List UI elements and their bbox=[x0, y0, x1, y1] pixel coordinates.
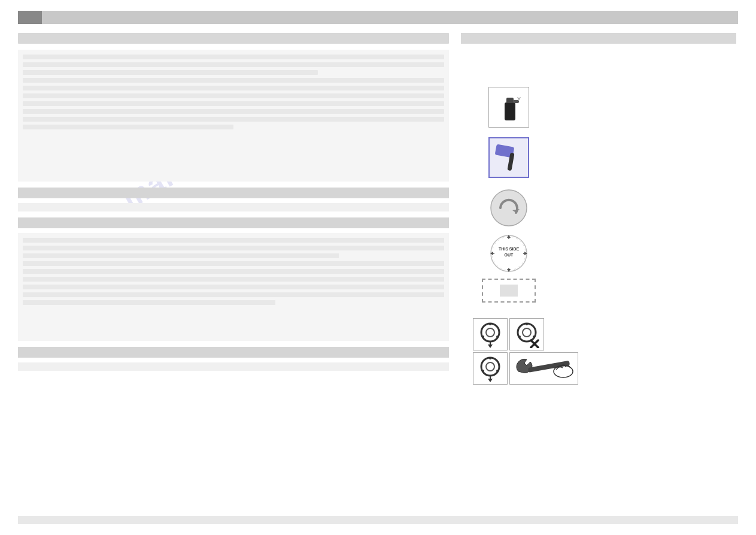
section-header-2 bbox=[18, 188, 449, 198]
mallet-icon bbox=[493, 142, 524, 173]
page-container: manualshive.com bbox=[0, 0, 756, 535]
svg-point-29 bbox=[518, 324, 536, 341]
svg-point-8 bbox=[491, 190, 527, 226]
svg-point-40 bbox=[482, 370, 484, 372]
icons-column: THIS SIDE OUT bbox=[473, 87, 544, 385]
svg-point-31 bbox=[526, 323, 528, 325]
svg-text:THIS SIDE: THIS SIDE bbox=[498, 247, 519, 251]
pipe-fitting-icon-2 bbox=[476, 355, 504, 382]
svg-point-4 bbox=[520, 97, 521, 98]
bottom-bar bbox=[18, 516, 738, 524]
x-mark-icon bbox=[513, 321, 541, 348]
svg-point-22 bbox=[481, 324, 499, 341]
svg-point-26 bbox=[482, 335, 484, 338]
svg-point-25 bbox=[496, 335, 499, 338]
this-side-out-icon: THIS SIDE OUT bbox=[490, 234, 528, 273]
svg-point-24 bbox=[489, 323, 491, 325]
section-header-3 bbox=[18, 217, 449, 228]
svg-point-37 bbox=[486, 362, 494, 371]
content-block-1 bbox=[18, 50, 449, 182]
circle-arrow-icon bbox=[490, 189, 528, 227]
content-block-2 bbox=[18, 233, 449, 341]
dashed-rect-inner bbox=[500, 285, 518, 297]
svg-point-30 bbox=[523, 328, 531, 337]
svg-point-39 bbox=[496, 370, 499, 372]
svg-point-36 bbox=[481, 358, 499, 376]
section-header-4 bbox=[18, 347, 449, 358]
header-accent bbox=[18, 11, 42, 24]
section-header-1 bbox=[18, 33, 449, 44]
this-side-out-icon-box: THIS SIDE OUT bbox=[488, 233, 529, 274]
content-line-2 bbox=[18, 362, 449, 371]
svg-rect-1 bbox=[506, 98, 514, 103]
left-column bbox=[18, 33, 449, 371]
header-bar bbox=[18, 11, 738, 24]
content-line-1 bbox=[18, 203, 449, 211]
svg-line-45 bbox=[555, 369, 557, 370]
wrench-cell bbox=[509, 352, 578, 385]
dashed-rect-icon bbox=[482, 279, 536, 303]
pipe-fitting-cell-2 bbox=[473, 352, 508, 385]
instruction-grid bbox=[473, 318, 544, 385]
pipe-fitting-cell bbox=[473, 318, 508, 350]
wrench-icon bbox=[512, 355, 575, 382]
svg-rect-43 bbox=[528, 361, 570, 373]
spray-can-icon bbox=[496, 92, 521, 123]
svg-point-23 bbox=[486, 328, 494, 337]
spray-can-icon-box bbox=[488, 87, 529, 128]
circle-arrow-icon-box bbox=[488, 188, 529, 228]
svg-point-33 bbox=[518, 335, 521, 338]
x-mark-cell bbox=[509, 318, 544, 350]
pipe-fitting-icon bbox=[476, 321, 504, 348]
svg-marker-28 bbox=[488, 344, 493, 348]
svg-point-3 bbox=[518, 98, 520, 100]
svg-marker-42 bbox=[488, 379, 493, 382]
svg-rect-0 bbox=[505, 102, 515, 120]
svg-point-32 bbox=[533, 335, 535, 338]
mallet-icon-box bbox=[488, 137, 529, 178]
svg-text:OUT: OUT bbox=[504, 253, 514, 257]
svg-point-38 bbox=[489, 357, 491, 359]
right-column-header bbox=[461, 33, 736, 44]
svg-rect-2 bbox=[513, 100, 519, 103]
svg-point-5 bbox=[517, 97, 518, 98]
